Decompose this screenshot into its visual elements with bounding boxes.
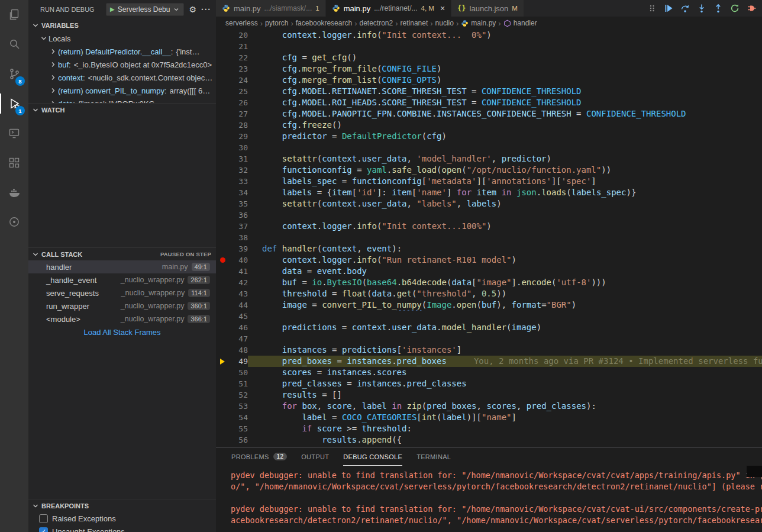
- code-line[interactable]: 41 data = event.body: [216, 266, 762, 277]
- line-number[interactable]: 52: [229, 389, 248, 401]
- code-line[interactable]: 48 instances = predictions['instances']: [216, 344, 762, 356]
- code-text[interactable]: labels = {item['id']: item['name'] for i…: [248, 187, 762, 198]
- gutter-glyph[interactable]: [216, 243, 229, 254]
- code-line[interactable]: 26 cfg.MODEL.ROI_HEADS.SCORE_THRESH_TEST…: [216, 97, 762, 108]
- gutter-glyph[interactable]: [216, 232, 229, 243]
- gutter-glyph[interactable]: [216, 97, 229, 108]
- line-number[interactable]: 55: [229, 423, 248, 434]
- extensions-icon[interactable]: [0, 148, 28, 178]
- call-stack-section-header[interactable]: CALL STACK PAUSED ON STEP: [28, 247, 216, 260]
- code-line[interactable]: 31 setattr(context.user_data, 'model_han…: [216, 153, 762, 165]
- gutter-glyph[interactable]: [216, 401, 229, 412]
- gutter-glyph[interactable]: [216, 41, 229, 52]
- code-text[interactable]: context.logger.info("Run retinanet-R101 …: [248, 254, 762, 266]
- docker-icon[interactable]: [0, 178, 28, 207]
- gutter-glyph[interactable]: [216, 108, 229, 120]
- code-line[interactable]: 43 threshold = float(data.get("threshold…: [216, 288, 762, 299]
- chevron-down-icon[interactable]: [39, 34, 49, 43]
- breadcrumb-item-pytorch[interactable]: pytorch: [265, 19, 288, 27]
- breadcrumb-item-main.py[interactable]: main.py: [461, 19, 496, 27]
- line-number[interactable]: 23: [229, 63, 248, 75]
- console-scrollbar[interactable]: [747, 466, 762, 477]
- code-text[interactable]: image = convert_PIL_to_numpy(Image.open(…: [248, 299, 762, 311]
- code-line[interactable]: 24 cfg.merge_from_list(CONFIG_OPTS): [216, 75, 762, 86]
- gutter-glyph[interactable]: [216, 322, 229, 333]
- gutter-glyph[interactable]: [216, 277, 229, 288]
- code-text[interactable]: buf = io.BytesIO(base64.b64decode(data["…: [248, 277, 762, 288]
- gutter-glyph[interactable]: [216, 198, 229, 209]
- code-text[interactable]: setattr(context.user_data, "labels", lab…: [248, 198, 762, 209]
- line-number[interactable]: 33: [229, 176, 248, 187]
- stack-frame-row[interactable]: handlermain.py49:1: [28, 260, 216, 273]
- chevron-right-icon[interactable]: [49, 47, 58, 56]
- code-line[interactable]: 47: [216, 333, 762, 344]
- code-text[interactable]: context.logger.info("Init context... 0%"…: [248, 30, 762, 41]
- code-line[interactable]: 23 cfg.merge_from_file(CONFIG_FILE): [216, 63, 762, 75]
- code-line[interactable]: 52 results = []: [216, 389, 762, 401]
- code-line[interactable]: 25 cfg.MODEL.RETINANET.SCORE_THRESH_TEST…: [216, 86, 762, 97]
- gutter-glyph[interactable]: [216, 176, 229, 187]
- chevron-right-icon[interactable]: [49, 60, 58, 69]
- line-number[interactable]: 28: [229, 120, 248, 131]
- run-and-debug-icon[interactable]: 1: [0, 89, 28, 118]
- line-number[interactable]: 29: [229, 131, 248, 142]
- restart-button[interactable]: [728, 2, 742, 15]
- code-text[interactable]: [248, 209, 762, 221]
- gutter-glyph[interactable]: [216, 378, 229, 389]
- breadcrumb-item-handler[interactable]: handler: [503, 19, 537, 27]
- code-text[interactable]: instances = predictions['instances']: [248, 344, 762, 356]
- remote-explorer-icon[interactable]: [0, 118, 28, 148]
- line-number[interactable]: 20: [229, 30, 248, 41]
- code-text[interactable]: for box, score, label in zip(pred_boxes,…: [248, 401, 762, 412]
- stack-frame-row[interactable]: serve_requests_nuclio_wrapper.py114:1: [28, 286, 216, 299]
- gutter-glyph[interactable]: [216, 209, 229, 221]
- code-line[interactable]: 30: [216, 142, 762, 153]
- line-number[interactable]: 26: [229, 97, 248, 108]
- code-line[interactable]: 22 cfg = get_cfg(): [216, 52, 762, 63]
- breakpoint-row[interactable]: ✓Uncaught Exceptions: [28, 525, 216, 532]
- line-number[interactable]: 24: [229, 75, 248, 86]
- line-number[interactable]: 56: [229, 434, 248, 446]
- gutter-glyph[interactable]: [216, 131, 229, 142]
- code-line[interactable]: 35 setattr(context.user_data, "labels", …: [216, 198, 762, 209]
- gutter-glyph[interactable]: [216, 423, 229, 434]
- line-number[interactable]: 42: [229, 277, 248, 288]
- gutter-glyph[interactable]: [216, 221, 229, 232]
- line-number[interactable]: 22: [229, 52, 248, 63]
- editor-tab-main.py[interactable]: main.py.../siammask/...1: [216, 0, 326, 17]
- line-number[interactable]: 43: [229, 288, 248, 299]
- line-number[interactable]: 25: [229, 86, 248, 97]
- close-icon[interactable]: ×: [440, 4, 445, 13]
- code-text[interactable]: predictions = context.user_data.model_ha…: [248, 322, 762, 333]
- breakpoint-checkbox[interactable]: [39, 514, 48, 523]
- gutter-glyph[interactable]: [216, 434, 229, 446]
- stack-frame-row[interactable]: _handle_event_nuclio_wrapper.py262:1: [28, 273, 216, 286]
- line-number[interactable]: 34: [229, 187, 248, 198]
- code-text[interactable]: [248, 142, 762, 153]
- code-text[interactable]: predictor = DefaultPredictor(cfg): [248, 131, 762, 142]
- code-text[interactable]: functionconfig = yaml.safe_load(open("/o…: [248, 165, 762, 176]
- code-text[interactable]: cfg.merge_from_file(CONFIG_FILE): [248, 63, 762, 75]
- code-line[interactable]: 50 scores = instances.scores: [216, 367, 762, 378]
- code-line[interactable]: 33 labels_spec = functionconfig['metadat…: [216, 176, 762, 187]
- line-number[interactable]: 37: [229, 221, 248, 232]
- breadcrumb-item-nuclio[interactable]: nuclio: [435, 19, 454, 27]
- step-over-button[interactable]: [678, 2, 692, 15]
- editor-tab-main.py[interactable]: main.py.../retinanet/...4, M×: [326, 0, 451, 17]
- code-text[interactable]: cfg.MODEL.PANOPTIC_FPN.COMBINE.INSTANCES…: [248, 108, 762, 120]
- code-text[interactable]: [248, 311, 762, 322]
- code-text[interactable]: def handler(context, event):: [248, 243, 762, 254]
- code-text[interactable]: cfg.freeze(): [248, 120, 762, 131]
- gutter-glyph[interactable]: [216, 75, 229, 86]
- line-number[interactable]: 49: [229, 356, 248, 367]
- stack-frame-row[interactable]: <module>_nuclio_wrapper.py366:1: [28, 312, 216, 325]
- breakpoint-dot-icon[interactable]: [220, 257, 225, 263]
- line-number[interactable]: 21: [229, 41, 248, 52]
- code-text[interactable]: results.append({: [248, 434, 762, 446]
- gutter-glyph[interactable]: [216, 333, 229, 344]
- code-line[interactable]: 21: [216, 41, 762, 52]
- variable-row[interactable]: data:{'image': 'iVBORw0KG…: [28, 97, 216, 103]
- code-line[interactable]: 32 functionconfig = yaml.safe_load(open(…: [216, 165, 762, 176]
- code-text[interactable]: if score >= threshold:: [248, 423, 762, 434]
- breadcrumb-item-detectron2[interactable]: detectron2: [359, 19, 393, 27]
